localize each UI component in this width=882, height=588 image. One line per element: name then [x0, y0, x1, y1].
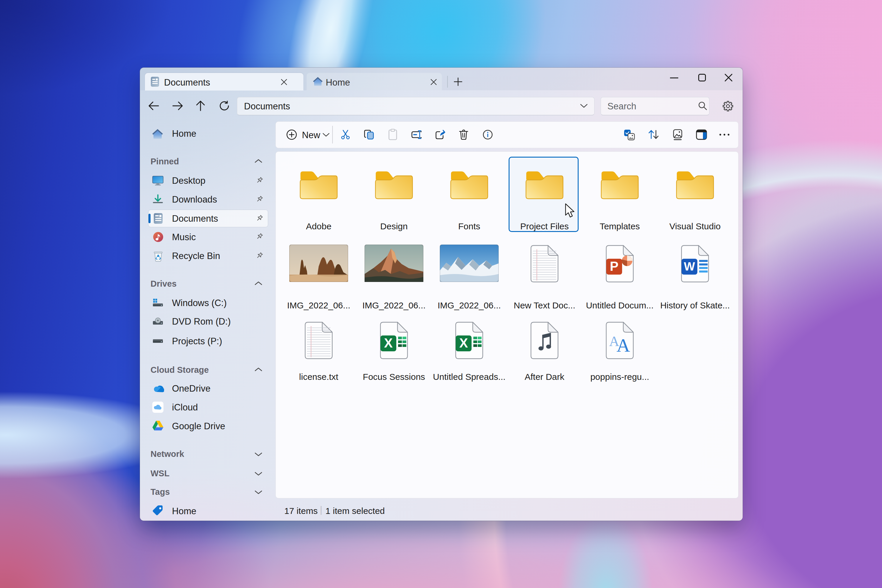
svg-text:X: X — [384, 336, 393, 350]
svg-text:P: P — [610, 259, 618, 273]
svg-text:A: A — [616, 335, 630, 356]
svg-text:W: W — [684, 260, 695, 273]
svg-text:X: X — [459, 336, 468, 350]
